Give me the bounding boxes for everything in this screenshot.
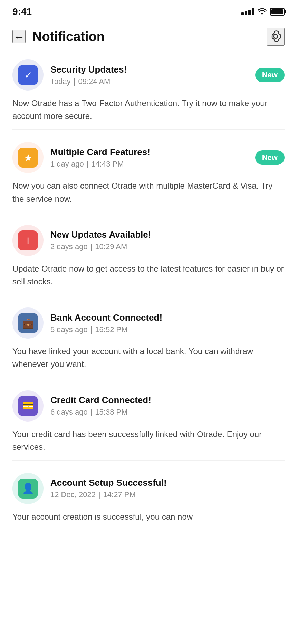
notification-body-account-setup-successful: Your account creation is successful, you… — [12, 510, 285, 523]
page-title: Notification — [32, 29, 105, 44]
signal-bars-icon — [241, 8, 254, 15]
notification-header-security-updates: ✓Security Updates!Today|09:24 AMNew — [12, 59, 285, 91]
notification-header-account-setup-successful: 👤Account Setup Successful!12 Dec, 2022|1… — [12, 473, 285, 504]
notification-icon-wrap-bank-account-connected: 💼 — [12, 307, 44, 339]
divider — [12, 460, 285, 461]
battery-icon — [270, 8, 285, 16]
notification-item-bank-account-connected: 💼Bank Account Connected!5 days ago|16:52… — [12, 307, 285, 378]
divider — [12, 378, 285, 378]
notification-title-bank-account-connected: Bank Account Connected! — [50, 312, 285, 323]
notification-item-multiple-card-features: ★Multiple Card Features!1 day ago|14:43 … — [12, 142, 285, 212]
wifi-icon — [258, 7, 267, 16]
notification-icon-credit-card-connected: 💳 — [18, 396, 38, 416]
notification-title-credit-card-connected: Credit Card Connected! — [50, 395, 285, 406]
divider — [12, 295, 285, 295]
back-arrow-icon: ← — [13, 31, 25, 42]
notification-time-multiple-card-features: 1 day ago|14:43 PM — [50, 160, 250, 169]
divider — [12, 129, 285, 130]
gear-icon — [268, 29, 283, 45]
notification-item-security-updates: ✓Security Updates!Today|09:24 AMNewNow O… — [12, 59, 285, 130]
header: ← Notification — [0, 21, 297, 56]
notification-title-security-updates: Security Updates! — [50, 64, 250, 75]
notification-item-new-updates-available: iNew Updates Available!2 days ago|10:29 … — [12, 225, 285, 295]
status-icons — [241, 7, 285, 16]
notification-header-multiple-card-features: ★Multiple Card Features!1 day ago|14:43 … — [12, 142, 285, 173]
notification-body-new-updates-available: Update Otrade now to get access to the l… — [12, 262, 285, 288]
notification-icon-new-updates-available: i — [18, 230, 38, 250]
notification-item-credit-card-connected: 💳Credit Card Connected!6 days ago|15:38 … — [12, 390, 285, 461]
notification-body-credit-card-connected: Your credit card has been successfully l… — [12, 428, 285, 453]
notification-title-multiple-card-features: Multiple Card Features! — [50, 147, 250, 158]
notification-body-security-updates: Now Otrade has a Two-Factor Authenticati… — [12, 97, 285, 122]
notification-title-account-setup-successful: Account Setup Successful! — [50, 477, 285, 488]
notification-title-new-updates-available: New Updates Available! — [50, 229, 285, 240]
settings-button[interactable] — [267, 28, 285, 46]
notification-icon-wrap-security-updates: ✓ — [12, 59, 44, 91]
notification-header-new-updates-available: iNew Updates Available!2 days ago|10:29 … — [12, 225, 285, 256]
new-badge-multiple-card-features: New — [255, 150, 285, 165]
notification-header-credit-card-connected: 💳Credit Card Connected!6 days ago|15:38 … — [12, 390, 285, 422]
notification-time-security-updates: Today|09:24 AM — [50, 77, 250, 86]
status-bar: 9:41 — [0, 0, 297, 21]
notification-icon-account-setup-successful: 👤 — [18, 479, 38, 499]
notification-time-account-setup-successful: 12 Dec, 2022|14:27 PM — [50, 490, 285, 499]
notification-icon-wrap-credit-card-connected: 💳 — [12, 390, 44, 422]
notifications-list: ✓Security Updates!Today|09:24 AMNewNow O… — [0, 56, 297, 539]
new-badge-security-updates: New — [255, 68, 285, 82]
notification-body-bank-account-connected: You have linked your account with a loca… — [12, 345, 285, 370]
notification-time-new-updates-available: 2 days ago|10:29 AM — [50, 242, 285, 251]
notification-icon-wrap-new-updates-available: i — [12, 225, 44, 256]
notification-time-bank-account-connected: 5 days ago|16:52 PM — [50, 325, 285, 334]
status-time: 9:41 — [12, 6, 32, 17]
back-button[interactable]: ← — [12, 30, 26, 43]
notification-icon-multiple-card-features: ★ — [18, 148, 38, 168]
notification-icon-wrap-multiple-card-features: ★ — [12, 142, 44, 173]
notification-time-credit-card-connected: 6 days ago|15:38 PM — [50, 408, 285, 417]
notification-icon-security-updates: ✓ — [18, 65, 38, 85]
divider — [12, 212, 285, 212]
notification-body-multiple-card-features: Now you can also connect Otrade with mul… — [12, 179, 285, 205]
notification-icon-bank-account-connected: 💼 — [18, 313, 38, 333]
notification-header-bank-account-connected: 💼Bank Account Connected!5 days ago|16:52… — [12, 307, 285, 339]
notification-icon-wrap-account-setup-successful: 👤 — [12, 473, 44, 504]
notification-item-account-setup-successful: 👤Account Setup Successful!12 Dec, 2022|1… — [12, 473, 285, 523]
